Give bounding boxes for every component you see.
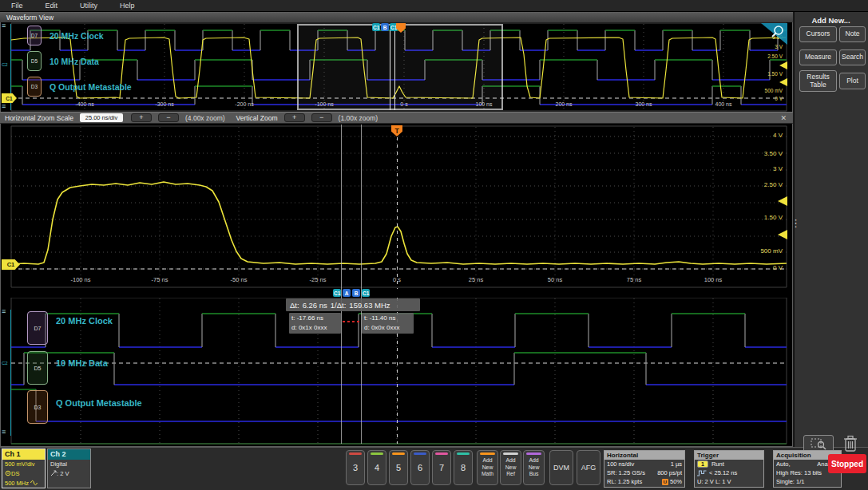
dvm-button[interactable]: DVM xyxy=(549,450,573,485)
math-color-stripe xyxy=(480,452,495,455)
inv-dt-label: 1/Δt: xyxy=(331,301,347,310)
grip-icon[interactable]: ≡ xyxy=(2,308,6,314)
overview-volt-label: 1.50 V xyxy=(739,71,783,77)
trigger-level-arrow-icon[interactable] xyxy=(778,230,787,239)
horizontal-panel-title: Horizontal xyxy=(604,451,684,460)
h-zoom-plus-button[interactable]: + xyxy=(131,113,152,122)
trigger-level-arrow-icon[interactable] xyxy=(779,78,787,86)
d5-channel-badge[interactable]: D5 xyxy=(27,51,42,71)
add-new-math-button[interactable]: Add New Math xyxy=(477,450,498,485)
h-zoom-minus-button[interactable]: − xyxy=(158,113,179,122)
ch6-button[interactable]: 6 xyxy=(410,450,430,485)
overview-zoom-box[interactable] xyxy=(297,24,503,110)
horizontal-scale: 100 ns/div xyxy=(607,460,634,468)
results-table-button[interactable]: Results Table xyxy=(799,70,837,92)
cursor-a-line[interactable] xyxy=(341,124,342,444)
grip-icon[interactable]: ≡ xyxy=(2,22,6,29)
d3-channel-badge[interactable]: D3 xyxy=(27,77,42,97)
overview-volt-label: 0 V xyxy=(739,96,783,101)
cursor-badge-c1[interactable]: C1 xyxy=(362,289,370,297)
d7-channel-badge[interactable]: D7 xyxy=(27,26,42,45)
main-volt-label: 1.50 V xyxy=(735,214,783,221)
search-button[interactable]: Search xyxy=(839,49,866,65)
note-button[interactable]: Note xyxy=(839,26,866,42)
cursor-badge-b[interactable]: B xyxy=(352,289,360,297)
v-zoom-minus-button[interactable]: − xyxy=(311,113,332,122)
menu-edit[interactable]: Edit xyxy=(46,2,58,10)
ref-color-stripe xyxy=(503,452,518,455)
tekscope-app: File Edit Utility Help Waveform View ≡ ≡… xyxy=(0,0,868,490)
cursor-badge-c1[interactable]: C1 xyxy=(372,23,380,31)
horizontal-panel[interactable]: Horizontal 100 ns/div1 µs SR: 1.25 GS/s8… xyxy=(604,450,685,488)
cursor-b-line[interactable] xyxy=(361,124,362,444)
dt-value: 6.26 ns xyxy=(303,301,327,310)
ch7-button[interactable]: 7 xyxy=(432,450,451,485)
trigger-type: Runt xyxy=(711,460,724,468)
d5-channel-badge[interactable]: D5 xyxy=(27,351,48,385)
d3-channel-badge[interactable]: D3 xyxy=(27,390,48,424)
record-length: RL: 1.25 kpts xyxy=(607,478,642,485)
ch3-button[interactable]: 3 xyxy=(346,450,365,485)
h-zoom-scale-value[interactable]: 25.00 ns/div xyxy=(80,113,123,122)
digital-channel-bracket xyxy=(10,310,11,436)
trigger-panel-title: Trigger xyxy=(695,451,763,460)
panel-drag-handle-icon[interactable]: ⋮ xyxy=(791,217,801,229)
ch2-header: Ch 2 xyxy=(48,449,90,460)
v-zoom-label: Vertical Zoom xyxy=(236,114,278,122)
cursor-delta-readout: Δt: 6.26 ns 1/Δt: 159.63 MHz xyxy=(286,298,420,311)
d7-channel-badge[interactable]: D7 xyxy=(27,311,48,345)
zoom-overview-icon[interactable] xyxy=(761,23,787,45)
cursor-badge-c1[interactable]: C1 xyxy=(333,289,341,297)
ch7-color-stripe xyxy=(435,452,448,455)
main-volt-label: 500 mV xyxy=(735,247,783,255)
menu-file[interactable]: File xyxy=(11,2,23,10)
grip-icon[interactable]: ≡ xyxy=(2,429,6,435)
close-icon[interactable]: ✕ xyxy=(780,114,787,122)
v-zoom-plus-button[interactable]: + xyxy=(284,113,305,122)
zoom-toolbar: Horizontal Zoom Scale 25.00 ns/div + − (… xyxy=(0,112,793,124)
trigger-qualifier: < 25.12 ns xyxy=(709,469,737,476)
cursor-b-line-overview[interactable] xyxy=(394,24,395,110)
afg-button[interactable]: AFG xyxy=(577,450,600,485)
c2-channel-tag: C2 xyxy=(2,62,8,67)
ch1-scale: 500 mV/div xyxy=(5,460,45,469)
channel-label-q: Q Output Metastable xyxy=(56,398,142,408)
measure-button[interactable]: Measure xyxy=(799,49,837,65)
channel-label-clock: 20 MHz Clock xyxy=(56,316,113,326)
cursor-a-data: d: 0x1x 0xxx xyxy=(291,323,339,333)
trigger-levels: U: 2 V L: 1 V xyxy=(697,478,731,485)
trigger-position-line[interactable] xyxy=(397,137,398,289)
probe-icon xyxy=(5,470,11,476)
ch4-button[interactable]: 4 xyxy=(367,450,386,485)
h-zoom-factor: (4.00x zoom) xyxy=(185,114,225,122)
sample-resolution: 800 ps/pt xyxy=(657,469,682,476)
trigger-level-arrow-icon[interactable] xyxy=(779,61,787,69)
ch5-button[interactable]: 5 xyxy=(389,450,408,485)
ch4-color-stripe xyxy=(371,452,383,455)
cursor-badge-a[interactable]: A xyxy=(343,289,351,297)
menu-help[interactable]: Help xyxy=(120,2,135,10)
ch8-button[interactable]: 8 xyxy=(454,450,473,485)
cursor-badge-b[interactable]: B xyxy=(381,23,389,31)
trigger-level-arrow-icon[interactable] xyxy=(778,196,787,206)
main-volt-label: 3.50 V xyxy=(735,150,783,157)
cursor-a-line-overview[interactable] xyxy=(390,24,390,110)
trigger-panel[interactable]: Trigger 1Runt < 25.12 ns U: 2 V L: 1 V xyxy=(694,450,764,488)
menu-utility[interactable]: Utility xyxy=(80,2,97,10)
horizontal-window: 1 µs xyxy=(671,460,682,468)
trash-icon[interactable] xyxy=(843,435,858,452)
grip-icon[interactable]: ≡ xyxy=(2,103,6,109)
channel-label-q: Q Output Metastable xyxy=(50,82,132,92)
main-volt-label: 2.50 V xyxy=(735,181,783,188)
ch2-badge[interactable]: Ch 2 Digital : 2 V xyxy=(47,449,91,488)
menu-bar: File Edit Utility Help xyxy=(0,0,868,12)
position-50-icon: U xyxy=(662,479,668,485)
ch1-badge[interactable]: Ch 1 500 mV/div DS 500 MHz xyxy=(2,449,46,488)
cursors-button[interactable]: Cursors xyxy=(799,26,837,42)
ch1-header: Ch 1 xyxy=(2,449,45,460)
add-new-bus-button[interactable]: Add New Bus xyxy=(523,450,545,485)
main-volt-label: 3 V xyxy=(735,165,783,172)
plot-button[interactable]: Plot xyxy=(839,73,866,89)
run-stop-button[interactable]: Stopped xyxy=(828,454,866,473)
add-new-ref-button[interactable]: Add New Ref xyxy=(500,450,521,485)
